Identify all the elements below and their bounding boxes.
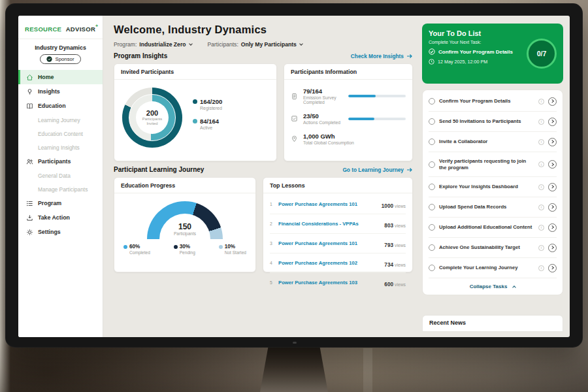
education-progress-card: Education Progress 150 Participants bbox=[114, 177, 256, 272]
task-checkbox[interactable] bbox=[429, 98, 435, 105]
gauge-legend: 60% Completed 30% Pending 10% Not Starte… bbox=[121, 244, 249, 255]
card-title: Invited Participants bbox=[114, 64, 276, 80]
chevron-right-icon[interactable] bbox=[548, 244, 557, 252]
home-icon bbox=[26, 74, 33, 81]
sidebar-item-general-data[interactable]: General Data bbox=[18, 169, 103, 182]
dashboard-screen: RESOURCE ADVISOR+ Industry Dynamics Spon… bbox=[18, 16, 570, 337]
gear-icon bbox=[26, 229, 33, 236]
task-row-upload-educational-content[interactable]: Upload Additional Educational Content i bbox=[429, 218, 557, 238]
logo-plus: + bbox=[95, 24, 98, 28]
go-to-learning-journey-link[interactable]: Go to Learning Journey bbox=[342, 167, 413, 173]
nav-label: Insights bbox=[38, 88, 60, 95]
todo-next-task[interactable]: Confirm Your Program Details bbox=[429, 48, 521, 55]
check-more-insights-link[interactable]: Check More Insights bbox=[351, 53, 413, 59]
collapse-tasks-button[interactable]: Collapse Tasks bbox=[429, 278, 557, 292]
check-circle-icon bbox=[429, 48, 435, 55]
todo-summary-card: Your To Do List Complete Your Next Task:… bbox=[422, 24, 563, 84]
task-checkbox[interactable] bbox=[429, 265, 435, 271]
chevron-down-icon bbox=[189, 42, 193, 46]
lesson-row[interactable]: 2 Financial Considerations - VPPAs 803vi… bbox=[270, 214, 406, 234]
program-select-label: Program: bbox=[114, 41, 137, 48]
chevron-right-icon[interactable] bbox=[548, 223, 557, 232]
task-row-upload-spend-data[interactable]: Upload Spend Data Records i bbox=[429, 197, 557, 218]
sidebar-item-take-action[interactable]: Take Action bbox=[18, 210, 103, 225]
participants-select[interactable]: Participants: Only My Participants bbox=[208, 41, 302, 48]
energy-pin-icon bbox=[291, 135, 298, 142]
program-list-icon bbox=[26, 200, 33, 207]
lesson-row[interactable]: 4 Power Purchase Agreements 102 734views bbox=[270, 253, 406, 273]
recent-news-header[interactable]: Recent News bbox=[422, 315, 563, 332]
program-select[interactable]: Program: Industrialize Zero bbox=[114, 41, 192, 48]
chevron-right-icon[interactable] bbox=[548, 203, 557, 212]
sidebar-item-home[interactable]: Home bbox=[18, 70, 103, 84]
monitor-logo-dot bbox=[293, 342, 297, 344]
chevron-right-icon[interactable] bbox=[548, 97, 557, 106]
sidebar-item-education-content[interactable]: Education Content bbox=[18, 127, 103, 140]
logo-text-secondary: ADVISOR bbox=[66, 25, 95, 33]
info-icon: i bbox=[538, 119, 544, 125]
chevron-right-icon[interactable] bbox=[548, 264, 557, 272]
nav-label: Learning Journey bbox=[38, 117, 80, 123]
task-row-explore-insights[interactable]: Explore Your Insights Dashboard i bbox=[429, 177, 557, 197]
task-row-confirm-program[interactable]: Confirm Your Program Details i bbox=[429, 91, 557, 112]
task-row-achieve-target[interactable]: Achieve One Sustainability Target i bbox=[429, 238, 557, 258]
donut-center: 200 Participants Invited bbox=[136, 101, 169, 134]
nav-label: Home bbox=[38, 74, 54, 80]
chevron-right-icon[interactable] bbox=[548, 183, 557, 191]
lesson-row[interactable]: 3 Power Purchase Agreements 101 793views bbox=[270, 234, 406, 253]
page-title: Welcome, Industry Dynamics bbox=[114, 24, 413, 36]
chevron-right-icon[interactable] bbox=[548, 138, 557, 146]
info-icon: i bbox=[538, 161, 544, 167]
nav-label: Education bbox=[38, 103, 66, 109]
task-checkbox[interactable] bbox=[429, 139, 435, 145]
task-checkbox[interactable] bbox=[429, 204, 435, 210]
task-row-invite-collaborator[interactable]: Invite a Collaborator i bbox=[429, 132, 557, 152]
chevron-right-icon[interactable] bbox=[548, 160, 557, 169]
lesson-link[interactable]: Power Purchase Agreements 102 bbox=[278, 260, 380, 266]
sidebar-item-learning-journey[interactable]: Learning Journey bbox=[18, 113, 103, 127]
gauge-center: 150 Participants bbox=[121, 222, 249, 236]
info-row-consumption: 1,000 GWh Total Global Consumption bbox=[291, 129, 406, 149]
lesson-link[interactable]: Financial Considerations - VPPAs bbox=[278, 221, 380, 227]
todo-subtitle: Complete Your Next Task: bbox=[429, 40, 521, 44]
task-row-complete-learning-journey[interactable]: Complete Your Learning Journey i bbox=[429, 258, 557, 278]
chevron-down-icon bbox=[299, 42, 303, 46]
chevron-up-icon bbox=[512, 286, 516, 289]
info-row-survey: 79/164 Emission Survey Completed bbox=[291, 84, 406, 108]
info-icon: i bbox=[538, 99, 544, 105]
info-icon: i bbox=[538, 245, 544, 251]
task-checkbox[interactable] bbox=[429, 184, 435, 190]
task-checkbox[interactable] bbox=[429, 118, 435, 125]
chevron-right-icon[interactable] bbox=[548, 118, 557, 126]
todo-panel: Your To Do List Complete Your Next Task:… bbox=[421, 16, 570, 337]
progress-bar bbox=[348, 95, 406, 97]
task-checkbox[interactable] bbox=[429, 161, 435, 168]
nav-label: Settings bbox=[38, 229, 61, 235]
lesson-row[interactable]: 1 Power Purchase Agreements 101 1000view… bbox=[270, 195, 406, 214]
lesson-row[interactable]: 5 Power Purchase Agreements 103 600views bbox=[270, 273, 406, 292]
sidebar-item-program[interactable]: Program bbox=[18, 196, 103, 210]
org-name: Industry Dynamics bbox=[21, 44, 100, 51]
sidebar-item-education[interactable]: Education bbox=[18, 99, 103, 113]
participants-select-value: Only My Participants bbox=[241, 41, 297, 48]
sidebar-item-learning-insights[interactable]: Learning Insights bbox=[18, 140, 103, 154]
lesson-link[interactable]: Power Purchase Agreements 103 bbox=[278, 280, 380, 286]
section-title-program-insights: Program Insights bbox=[114, 52, 167, 59]
lesson-link[interactable]: Power Purchase Agreements 101 bbox=[278, 201, 377, 207]
todo-title: Your To Do List bbox=[429, 29, 521, 37]
task-checkbox[interactable] bbox=[429, 244, 435, 251]
task-row-verify-participants[interactable]: Verify participants requesting to join t… bbox=[429, 152, 557, 177]
sidebar-item-participants[interactable]: Participants bbox=[18, 154, 103, 169]
info-row-actions: 23/50 Actions Completed bbox=[291, 108, 406, 129]
lesson-link[interactable]: Power Purchase Agreements 101 bbox=[278, 240, 380, 246]
task-row-send-invitations[interactable]: Send 50 Invitations to Participants i bbox=[429, 112, 557, 132]
sponsor-icon bbox=[46, 56, 52, 62]
sponsor-badge[interactable]: Sponsor bbox=[40, 54, 80, 64]
sidebar-item-settings[interactable]: Settings bbox=[18, 225, 103, 239]
sidebar-item-manage-participants[interactable]: Manage Participants bbox=[18, 182, 103, 196]
legend-dot bbox=[174, 245, 178, 249]
sidebar-item-insights[interactable]: Insights bbox=[18, 84, 103, 99]
participants-select-label: Participants: bbox=[208, 41, 238, 48]
sidebar-nav: Home Insights Education Learning Journey… bbox=[18, 70, 103, 239]
task-checkbox[interactable] bbox=[429, 224, 435, 231]
